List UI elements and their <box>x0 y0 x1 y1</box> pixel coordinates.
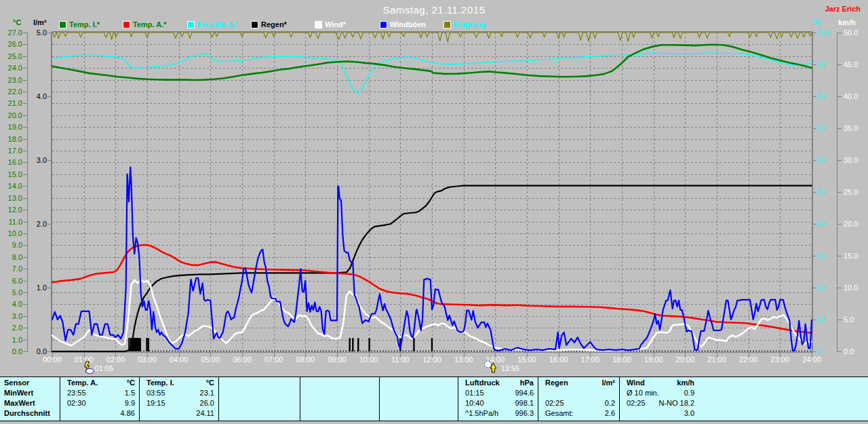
humidity-axis-label: 0 <box>816 347 821 355</box>
time-axis-label: 00:00 <box>43 355 62 364</box>
time-axis-label: 01:00 <box>75 355 94 364</box>
table-cell-value: hPa <box>520 379 534 387</box>
temp-axis-label: 7.0 <box>12 265 22 273</box>
time-axis-label: 04:00 <box>170 355 189 364</box>
table-cell-row: 10:40998.1 <box>458 399 538 409</box>
time-axis-label: 16:00 <box>549 355 568 364</box>
humidity-axis-label: 50 <box>816 188 825 196</box>
table-column-header <box>380 379 458 389</box>
table-cell-row <box>300 399 379 409</box>
table-cell-time: 03:55 <box>146 389 165 397</box>
rain-axis-label: 1.0 <box>37 284 47 292</box>
rain-axis-label: 4.0 <box>37 92 47 100</box>
temp-axis-label: 24.0 <box>8 64 22 72</box>
time-axis-label: 13:00 <box>454 355 473 364</box>
wind-axis-label: 0.0 <box>844 347 854 355</box>
temp-axis: 27.026.025.024.023.022.021.020.019.018.0… <box>8 28 28 355</box>
time-axis-label: 23:00 <box>771 355 790 364</box>
time-axis-label: 06:00 <box>233 355 252 364</box>
time-axis-label: 24:00 <box>802 355 821 364</box>
table-cell-time: 01:15 <box>465 389 484 397</box>
table-column-header: Regenl/m² <box>538 379 619 389</box>
temp-axis-label: 22.0 <box>8 88 22 96</box>
table-cell-value: km/h <box>677 379 694 387</box>
temp-axis-label: 20.0 <box>8 111 22 119</box>
table-cell-value: 26.0 <box>200 399 214 407</box>
temp-axis-label: 15.0 <box>8 170 22 178</box>
table-cell-value: °C <box>127 379 135 387</box>
temp-axis-label: 2.0 <box>12 324 22 332</box>
table-cell-row: 23:551.5 <box>60 389 139 399</box>
table-cell-time: Wind <box>627 379 645 387</box>
table-cell-row: ^1.5hPa/h996.3 <box>458 409 538 419</box>
table-cell-value: °C <box>206 379 214 387</box>
temp-axis-label: 6.0 <box>12 277 22 285</box>
time-axis-label: 19:00 <box>644 355 663 364</box>
table-cell-time: 02:25 <box>545 399 564 407</box>
time-axis: 00:0001:0002:0003:0004:0005:0006:0007:00… <box>43 353 821 364</box>
time-axis-label: 10:00 <box>359 355 378 364</box>
time-axis-label: 20:00 <box>676 355 695 364</box>
temp-axis-label: 26.0 <box>8 40 22 48</box>
time-axis-label: 09:00 <box>328 355 347 364</box>
table-cell-row: 19:1526.0 <box>140 399 218 409</box>
event-marker-time: 13:55 <box>500 364 519 372</box>
table-cell-time: ^1.5hPa/h <box>465 409 498 417</box>
table-cell-time: Regen <box>545 379 568 387</box>
event-marker-time: 01:05 <box>95 364 114 372</box>
time-axis-label: 07:00 <box>264 355 283 364</box>
table-cell-row: 24.11 <box>140 409 218 419</box>
table-cell-value: 1.5 <box>125 389 135 397</box>
table-column-header <box>219 379 300 389</box>
rain-axis: 5.04.03.02.01.00.0 <box>37 28 52 355</box>
table-column: LuftdruckhPa01:15994.610:40998.1^1.5hPa/… <box>458 377 538 421</box>
wind-axis-label: 20.0 <box>844 220 858 228</box>
temp-axis-label: 18.0 <box>8 135 22 143</box>
table-cell-value: 996.3 <box>515 409 534 417</box>
table-cell-row <box>538 389 619 399</box>
table-cell-value: N-NO 18.2 <box>658 399 694 407</box>
table-column <box>218 377 300 421</box>
temp-axis-label: 10.0 <box>8 229 22 237</box>
table-column: Temp. I.°C03:5523.119:1526.024.11 <box>139 377 218 421</box>
time-axis-label: 18:00 <box>612 355 631 364</box>
time-axis-label: 11:00 <box>391 355 410 364</box>
table-cell-value: 23.1 <box>200 389 214 397</box>
wind-axis-label: 40.0 <box>844 92 858 100</box>
wind-axis-label: 5.0 <box>844 315 854 324</box>
time-axis-label: 03:00 <box>138 355 157 364</box>
table-cell-row: Gesamt:2.6 <box>538 409 619 419</box>
table-row-label: MinWert <box>4 389 33 397</box>
humidity-axis-label: 40 <box>816 220 825 228</box>
humidity-axis: 1009080706050403020100 <box>812 28 829 355</box>
table-cell-row <box>380 389 458 399</box>
table-cell-row: 02:309.9 <box>60 399 139 409</box>
temp-axis-label: 23.0 <box>8 76 22 84</box>
temp-axis-label: 1.0 <box>12 336 22 344</box>
table-cell-time: 19:15 <box>146 399 165 407</box>
table-cell-row: 01:15994.6 <box>458 389 538 399</box>
humidity-axis-label: 20 <box>816 284 825 292</box>
weather-chart: 27.026.025.024.023.022.021.020.019.018.0… <box>0 0 868 377</box>
table-cell-row: 02:25N-NO 18.2 <box>620 399 698 409</box>
table-cell-row <box>300 389 379 399</box>
table-cell-row <box>380 399 458 409</box>
time-axis-label: 12:00 <box>422 355 441 364</box>
wind-axis-label: 45.0 <box>844 60 858 69</box>
rain-axis-label: 0.0 <box>37 347 47 355</box>
sun-icon <box>484 361 491 368</box>
temp-axis-label: 27.0 <box>8 28 22 37</box>
table-cell-time: Ø 10 min. <box>627 389 659 397</box>
wind-axis: 50.045.040.035.030.025.020.015.010.05.00… <box>837 28 858 355</box>
temp-axis-label: 17.0 <box>8 147 22 155</box>
table-cell-value: 24.11 <box>196 409 214 417</box>
table-cell-value: 9.9 <box>125 399 135 407</box>
table-cell-row <box>380 409 458 419</box>
table-column <box>300 377 379 421</box>
table-cell-row <box>219 399 300 409</box>
table-column-header: Temp. A.°C <box>60 379 139 389</box>
table-cell-time: 10:40 <box>465 399 484 407</box>
time-axis-label: 08:00 <box>296 355 315 364</box>
table-cell-value: 2.6 <box>605 409 615 417</box>
cloud-icon <box>86 369 94 374</box>
